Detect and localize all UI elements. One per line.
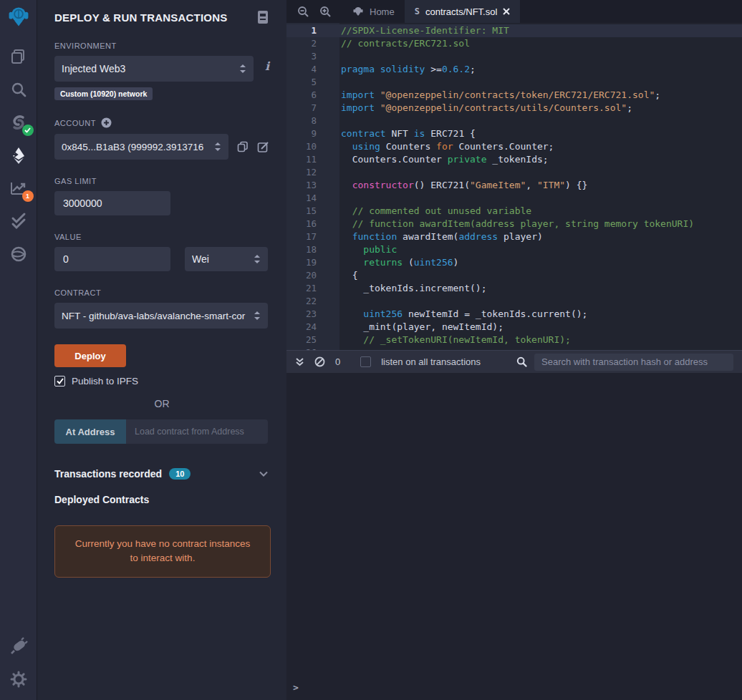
code-text: using Counters for Counters.Counter; [328, 140, 554, 153]
line-number: 26 [286, 346, 328, 350]
remix-logo[interactable] [6, 4, 31, 29]
plug-icon [9, 637, 28, 656]
sidebar-item-deploy-run[interactable] [6, 143, 31, 167]
tab-bar: Home S contracts/NFT.sol [286, 0, 742, 23]
account-label: ACCOUNT [54, 117, 269, 128]
chevron-down-icon [259, 471, 268, 477]
code-line[interactable]: 20 { [286, 269, 742, 282]
code-line[interactable]: 8 [286, 115, 742, 127]
code-line[interactable]: 23 uint256 newItemId = _tokenIds.current… [286, 308, 742, 321]
stepper-icon [239, 64, 246, 74]
code-line[interactable]: 16 // function awardItem(address player,… [286, 218, 742, 230]
code-line[interactable]: 18 public [286, 243, 742, 256]
terminal-search-input[interactable] [534, 354, 733, 371]
code-line[interactable]: 25 // _setTokenURI(newItemId, tokenURI); [286, 334, 742, 346]
code-text: Counters.Counter private _tokenIds; [328, 153, 549, 166]
ipfs-checkbox[interactable] [54, 376, 65, 387]
documentation-icon[interactable] [256, 10, 269, 24]
code-line[interactable]: 26 [286, 346, 742, 350]
code-editor[interactable]: 1//SPDX-License-Identifier: MIT2// contr… [286, 23, 742, 350]
code-line[interactable]: 12 [286, 166, 742, 179]
code-text [328, 346, 341, 350]
code-line[interactable]: 17 function awardItem(address player) [286, 230, 742, 243]
gas-limit-input[interactable] [54, 191, 170, 215]
value-input[interactable] [54, 247, 170, 271]
code-line[interactable]: 2// contracts/ERC721.sol [286, 37, 742, 50]
code-line[interactable]: 10 using Counters for Counters.Counter; [286, 140, 742, 153]
close-icon[interactable] [503, 8, 510, 15]
clear-terminal-icon[interactable] [314, 356, 325, 367]
code-text: function awardItem(address player) [328, 230, 543, 243]
terminal-output[interactable]: > [286, 373, 742, 700]
add-account-icon[interactable] [101, 117, 112, 128]
copy-account-icon[interactable] [237, 141, 249, 152]
listen-checkbox[interactable] [360, 356, 371, 367]
code-line[interactable]: 4pragma solidity >=0.6.2; [286, 63, 742, 76]
sidebar-item-debugger[interactable] [6, 242, 31, 266]
sidebar-item-analysis[interactable]: 1 [6, 176, 31, 200]
code-line[interactable]: 24 _mint(player, newItemId); [286, 321, 742, 334]
deploy-run-panel: DEPLOY & RUN TRANSACTIONS ENVIRONMENT In… [37, 0, 286, 700]
environment-info-icon[interactable]: i [265, 59, 269, 73]
sidebar-item-settings[interactable] [6, 667, 31, 691]
tab-nft-sol-label: contracts/NFT.sol [425, 6, 497, 17]
transactions-recorded-label: Transactions recorded [54, 468, 162, 480]
sidebar-item-unit-testing[interactable] [6, 209, 31, 233]
code-line[interactable]: 6import "@openzeppelin/contracts/token/E… [286, 89, 742, 102]
code-line[interactable]: 9contract NFT is ERC721 { [286, 127, 742, 140]
code-line[interactable]: 14 [286, 192, 742, 205]
terminal-search-icon [516, 356, 527, 367]
code-line[interactable]: 15 // commented out unused variable [286, 205, 742, 218]
contract-value: NFT - github/ava-labs/avalanche-smart-co… [62, 311, 258, 321]
code-text: returns (uint256) [328, 256, 458, 269]
code-line[interactable]: 7import "@openzeppelin/contracts/utils/C… [286, 102, 742, 115]
environment-select[interactable]: Injected Web3 [54, 56, 254, 82]
line-number: 8 [286, 115, 328, 127]
code-text: { [328, 269, 357, 282]
code-text [328, 166, 341, 179]
sidebar-item-plugin-manager[interactable] [6, 634, 31, 658]
at-address-button[interactable]: At Address [54, 419, 126, 444]
at-address-input[interactable] [126, 419, 268, 444]
line-number: 17 [286, 230, 328, 243]
sidebar-item-solidity-compiler[interactable] [6, 110, 31, 135]
line-number: 7 [286, 102, 328, 115]
stepper-icon [254, 311, 261, 321]
terminal-prompt[interactable]: > [286, 682, 742, 700]
zoom-out-icon[interactable] [297, 6, 309, 18]
deployed-contracts-label: Deployed Contracts [54, 494, 269, 505]
code-line[interactable]: 1//SPDX-License-Identifier: MIT [286, 24, 742, 37]
value-label: VALUE [54, 233, 269, 241]
compile-success-badge [22, 125, 34, 136]
tab-nft-sol[interactable]: S contracts/NFT.sol [405, 0, 521, 23]
tab-home[interactable]: Home [342, 0, 405, 23]
sidebar-item-file-explorer[interactable] [6, 44, 31, 69]
account-select[interactable]: 0x845...B1aB3 (999992.3913716 [54, 134, 228, 160]
line-number: 4 [286, 63, 328, 76]
line-number: 14 [286, 192, 328, 205]
code-line[interactable]: 22 [286, 295, 742, 308]
code-line[interactable]: 5 [286, 76, 742, 89]
transactions-recorded-toggle[interactable]: Transactions recorded 10 [54, 468, 268, 480]
code-line[interactable]: 3 [286, 50, 742, 63]
line-number: 21 [286, 282, 328, 295]
line-number: 9 [286, 127, 328, 140]
code-line[interactable]: 11 Counters.Counter private _tokenIds; [286, 153, 742, 166]
code-text [328, 50, 341, 63]
line-number: 20 [286, 269, 328, 282]
value-unit-select[interactable]: Wei [185, 247, 268, 271]
code-line[interactable]: 13 constructor() ERC721("GameItem", "ITM… [286, 179, 742, 192]
sidebar-item-search[interactable] [6, 77, 31, 102]
contract-select[interactable]: NFT - github/ava-labs/avalanche-smart-co… [54, 303, 268, 329]
zoom-in-icon[interactable] [319, 6, 332, 18]
pending-tx-count: 0 [335, 356, 340, 367]
code-text: public [328, 243, 397, 256]
edit-account-icon[interactable] [257, 141, 269, 153]
deploy-button[interactable]: Deploy [54, 344, 126, 367]
code-text: // _setTokenURI(newItemId, tokenURI); [328, 334, 571, 346]
collapse-terminal-icon[interactable] [295, 357, 304, 366]
code-text: //SPDX-License-Identifier: MIT [328, 24, 509, 37]
code-line[interactable]: 21 _tokenIds.increment(); [286, 282, 742, 295]
code-line[interactable]: 19 returns (uint256) [286, 256, 742, 269]
transactions-count-badge: 10 [169, 468, 191, 480]
